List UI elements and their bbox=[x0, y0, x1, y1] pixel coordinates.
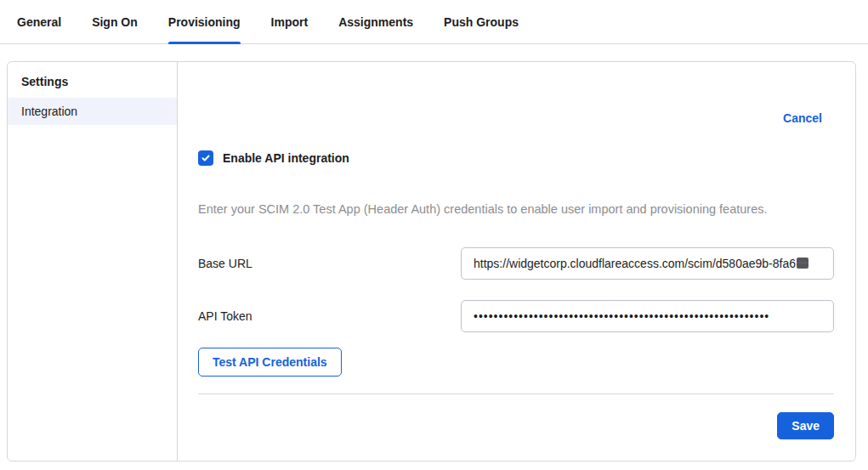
api-token-input[interactable]: ••••••••••••••••••••••••••••••••••••••••… bbox=[461, 300, 834, 332]
api-token-label: API Token bbox=[198, 309, 461, 323]
save-row: Save bbox=[198, 412, 834, 439]
enable-api-row: Enable API integration bbox=[198, 150, 834, 166]
credentials-description: Enter your SCIM 2.0 Test App (Header Aut… bbox=[198, 201, 834, 218]
tab-provisioning[interactable]: Provisioning bbox=[168, 0, 241, 43]
base-url-label: Base URL bbox=[198, 257, 461, 270]
enable-api-label: Enable API integration bbox=[223, 151, 349, 165]
sidebar-item-integration[interactable]: Integration bbox=[8, 98, 177, 125]
save-button[interactable]: Save bbox=[777, 412, 834, 439]
footer-divider bbox=[198, 394, 834, 394]
tab-import[interactable]: Import bbox=[271, 0, 309, 43]
settings-sidebar: Settings Integration bbox=[8, 62, 178, 461]
base-url-value: https://widgetcorp.cloudflareaccess.com/… bbox=[474, 257, 796, 270]
enable-api-checkbox[interactable] bbox=[198, 150, 213, 166]
test-credentials-row: Test API Credentials bbox=[198, 348, 834, 377]
api-token-row: API Token ••••••••••••••••••••••••••••••… bbox=[198, 300, 834, 332]
base-url-row: Base URL https://widgetcorp.cloudflareac… bbox=[198, 247, 834, 280]
tab-assignments[interactable]: Assignments bbox=[338, 0, 413, 43]
provisioning-panel: Settings Integration Cancel Enable API i… bbox=[7, 61, 856, 462]
sidebar-header: Settings bbox=[8, 72, 177, 98]
api-token-masked-value: ••••••••••••••••••••••••••••••••••••••••… bbox=[474, 309, 769, 323]
tab-sign-on[interactable]: Sign On bbox=[92, 0, 138, 43]
tab-general[interactable]: General bbox=[17, 0, 61, 43]
base-url-input[interactable]: https://widgetcorp.cloudflareaccess.com/… bbox=[461, 247, 834, 280]
app-tab-bar: General Sign On Provisioning Import Assi… bbox=[0, 0, 868, 44]
cancel-row: Cancel bbox=[198, 111, 834, 125]
cancel-button[interactable]: Cancel bbox=[783, 111, 822, 125]
tab-push-groups[interactable]: Push Groups bbox=[444, 0, 519, 43]
input-overflow-indicator bbox=[797, 258, 808, 269]
test-api-credentials-button[interactable]: Test API Credentials bbox=[198, 348, 342, 377]
checkmark-icon bbox=[201, 153, 211, 163]
integration-settings-main: Cancel Enable API integration Enter your… bbox=[178, 62, 855, 461]
